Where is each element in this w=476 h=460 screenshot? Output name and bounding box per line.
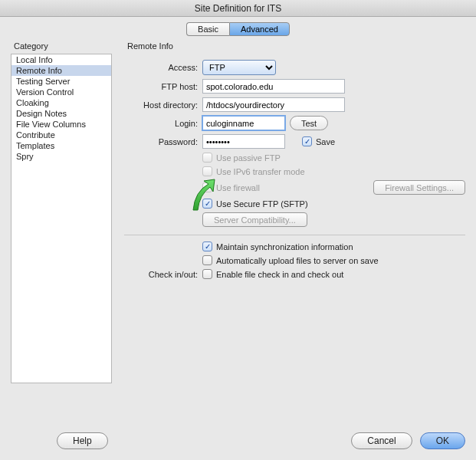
ok-button[interactable]: OK	[420, 432, 465, 449]
enable-checkin-checkbox[interactable]: Enable file check in and check out	[202, 269, 343, 279]
checkbox-icon: ✓	[302, 136, 312, 146]
panel-title: Remote Info	[127, 41, 173, 51]
use-sftp-checkbox[interactable]: ✓ Use Secure FTP (SFTP)	[202, 199, 308, 209]
category-item-templates[interactable]: Templates	[11, 140, 111, 151]
checkbox-icon	[202, 269, 212, 279]
category-list[interactable]: Local Info Remote Info Testing Server Ve…	[11, 54, 112, 383]
checkbox-icon	[202, 255, 212, 265]
use-sftp-label: Use Secure FTP (SFTP)	[216, 199, 308, 209]
category-heading: Category	[14, 41, 48, 51]
divider	[124, 235, 465, 235]
checkbox-icon	[202, 166, 212, 176]
save-password-checkbox[interactable]: ✓ Save	[302, 136, 335, 146]
checkbox-icon	[202, 182, 212, 192]
use-passive-ftp-checkbox: Use passive FTP	[202, 153, 281, 163]
maintain-sync-label: Maintain synchronization information	[216, 242, 353, 251]
firewall-settings-button: Firewall Settings...	[373, 180, 465, 195]
use-passive-ftp-label: Use passive FTP	[216, 153, 281, 163]
category-item-spry[interactable]: Spry	[11, 151, 111, 162]
checkbox-icon	[202, 153, 212, 163]
category-item-contribute[interactable]: Contribute	[11, 130, 111, 140]
access-select[interactable]: FTP	[202, 60, 276, 75]
help-button[interactable]: Help	[57, 432, 108, 449]
server-compatibility-button: Server Compatibility...	[202, 212, 307, 227]
checkbox-icon: ✓	[202, 199, 212, 209]
auto-upload-checkbox[interactable]: Automatically upload files to server on …	[202, 255, 379, 265]
access-label: Access:	[124, 63, 198, 72]
auto-upload-label: Automatically upload files to server on …	[216, 256, 379, 265]
save-password-label: Save	[316, 137, 335, 146]
ftp-host-input[interactable]	[202, 79, 345, 94]
login-label: Login:	[124, 119, 198, 128]
remote-info-form: Access: FTP FTP host: Host directory: Lo…	[124, 54, 465, 383]
category-item-file-view-columns[interactable]: File View Columns	[11, 119, 111, 130]
password-input[interactable]	[202, 134, 285, 149]
dialog-footer: Help Cancel OK	[11, 432, 465, 449]
check-in-out-label: Check in/out:	[124, 270, 198, 279]
maintain-sync-checkbox[interactable]: ✓ Maintain synchronization information	[202, 242, 353, 251]
login-input[interactable]	[202, 116, 285, 130]
use-firewall-label: Use firewall	[216, 183, 260, 192]
window-title: Site Definition for ITS	[0, 0, 476, 17]
use-firewall-checkbox: Use firewall	[202, 182, 260, 192]
tab-advanced[interactable]: Advanced	[229, 22, 290, 36]
category-item-cloaking[interactable]: Cloaking	[11, 97, 111, 108]
category-item-testing-server[interactable]: Testing Server	[11, 76, 111, 87]
enable-checkin-label: Enable file check in and check out	[216, 270, 343, 279]
category-item-version-control[interactable]: Version Control	[11, 87, 111, 97]
tab-strip: Basic Advanced	[0, 17, 476, 37]
checkbox-icon: ✓	[202, 242, 212, 251]
tab-basic[interactable]: Basic	[186, 22, 229, 36]
password-label: Password:	[124, 137, 198, 146]
host-directory-input[interactable]	[202, 97, 345, 112]
category-item-design-notes[interactable]: Design Notes	[11, 108, 111, 119]
ftp-host-label: FTP host:	[124, 82, 198, 91]
use-ipv6-checkbox: Use IPv6 transfer mode	[202, 166, 305, 176]
category-item-local-info[interactable]: Local Info	[11, 54, 111, 65]
test-button[interactable]: Test	[290, 116, 328, 130]
cancel-button[interactable]: Cancel	[351, 432, 412, 449]
host-directory-label: Host directory:	[124, 100, 198, 110]
use-ipv6-label: Use IPv6 transfer mode	[216, 167, 305, 176]
category-item-remote-info[interactable]: Remote Info	[11, 65, 111, 76]
